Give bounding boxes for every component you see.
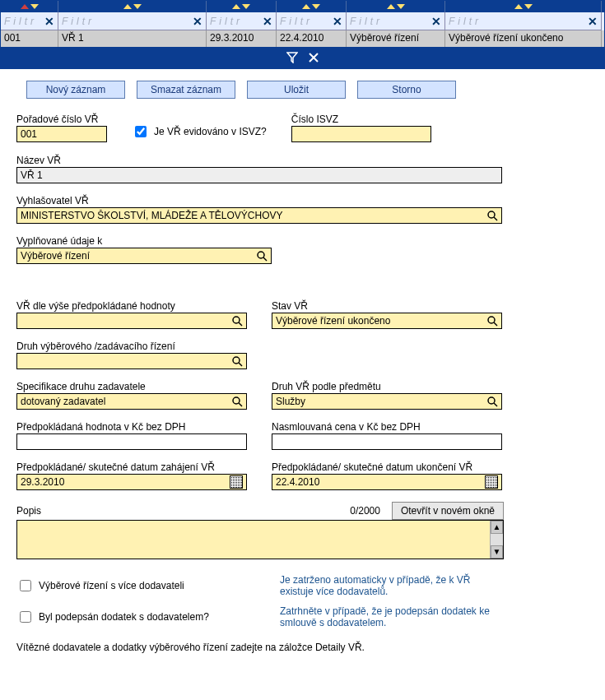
sort-asc-icon [232, 4, 240, 9]
kind-input[interactable] [16, 353, 247, 369]
lookup-icon[interactable] [486, 210, 498, 221]
sort-cell[interactable] [207, 1, 277, 12]
svg-point-12 [488, 397, 495, 404]
name-label: Název VŘ [16, 155, 589, 166]
scroll-up-icon[interactable]: ▲ [491, 521, 503, 534]
sort-cell[interactable] [277, 1, 347, 12]
multi-suppliers-label: Výběrové řízení s více dodavateli [39, 580, 184, 591]
isvz-checkbox-label: Je VŘ evidováno v ISVZ? [154, 126, 267, 137]
filter-cell[interactable]: Filtr✕ [207, 12, 277, 30]
filter-cell[interactable]: Filtr✕ [58, 12, 207, 30]
isvz-num-label: Číslo ISVZ [291, 114, 431, 125]
end-date-label: Předpokládané/ skutečné datum ukončení V… [272, 461, 502, 473]
form-area: Pořadové číslo VŘ 001 Je VŘ evidováno v … [0, 110, 605, 670]
filter-icon[interactable] [286, 52, 298, 63]
filter-placeholder: Filtr [280, 16, 313, 27]
sort-desc-icon [133, 4, 142, 9]
filter-placeholder: Filtr [210, 16, 243, 27]
subject-kind-input[interactable]: Služby [272, 393, 502, 410]
name-input[interactable]: VŘ 1 [16, 167, 502, 183]
declarant-label: Vyhlašovatel VŘ [16, 195, 589, 206]
lookup-icon[interactable] [231, 315, 243, 327]
svg-line-1 [494, 217, 497, 220]
spec-input[interactable]: dotovaný zadavatel [16, 393, 247, 410]
by-value-input[interactable] [16, 313, 247, 329]
start-date-label: Předpokládané/ skutečné datum zahájení V… [16, 461, 247, 473]
lookup-icon[interactable] [231, 396, 243, 407]
data-cell: Výběrové řízení ukončeno [445, 30, 602, 47]
state-input[interactable]: Výběrové řízení ukončeno [272, 313, 502, 329]
sort-asc-icon [123, 4, 132, 9]
desc-textarea[interactable]: ▲ ▼ [16, 520, 504, 559]
lookup-icon[interactable] [256, 250, 268, 262]
expected-price-input[interactable] [16, 433, 247, 450]
by-value-label: VŘ dle výše předpokládané hodnoty [16, 300, 247, 312]
sort-desc-icon [312, 4, 320, 9]
isvz-num-input[interactable] [291, 126, 431, 142]
svg-point-0 [488, 211, 495, 218]
grid-sort-row [1, 1, 604, 12]
sort-desc-icon [30, 4, 39, 9]
filter-placeholder: Filtr [350, 16, 383, 27]
svg-line-5 [239, 322, 242, 326]
calendar-icon[interactable] [230, 475, 243, 489]
svg-line-9 [239, 363, 242, 366]
filter-placeholder: Filtr [4, 16, 37, 27]
sort-desc-icon [242, 4, 250, 9]
filled-data-input[interactable]: Výběrové řízení [16, 248, 272, 264]
clear-filter-icon[interactable]: ✕ [431, 15, 441, 28]
amendment-label: Byl podepsán dodatek s dodavatelem? [39, 611, 209, 623]
sort-asc-icon [387, 4, 395, 9]
delete-record-button[interactable]: Smazat záznam [137, 81, 235, 99]
save-button[interactable]: Uložit [247, 81, 346, 99]
filter-placeholder: Filtr [62, 16, 95, 27]
amendment-checkbox[interactable] [20, 611, 31, 623]
multi-suppliers-checkbox[interactable] [20, 580, 31, 591]
clear-all-icon[interactable] [308, 52, 319, 63]
svg-line-7 [494, 322, 497, 326]
svg-point-10 [233, 397, 240, 404]
cancel-button[interactable]: Storno [357, 81, 456, 99]
clear-filter-icon[interactable]: ✕ [333, 15, 342, 28]
sort-cell[interactable] [58, 1, 207, 12]
declarant-input[interactable]: MINISTERSTVO ŠKOLSTVÍ, MLÁDEŽE A TĚLOVÝC… [16, 207, 502, 224]
svg-point-6 [488, 317, 495, 323]
clear-filter-icon[interactable]: ✕ [588, 15, 598, 28]
calendar-icon[interactable] [485, 475, 498, 489]
start-date-input[interactable]: 29.3.2010 [16, 474, 247, 490]
svg-line-11 [239, 403, 242, 406]
lookup-icon[interactable] [231, 355, 243, 367]
new-record-button[interactable]: Nový záznam [26, 81, 125, 99]
scrollbar[interactable]: ▲ ▼ [490, 521, 503, 559]
sort-cell[interactable] [347, 1, 445, 12]
clear-filter-icon[interactable]: ✕ [263, 15, 272, 28]
contracted-price-input[interactable] [272, 433, 502, 450]
spec-label: Specifikace druhu zadavatele [16, 381, 247, 392]
seq-input[interactable]: 001 [16, 126, 107, 142]
open-new-window-button[interactable]: Otevřít v novém okně [392, 502, 504, 520]
svg-point-2 [258, 252, 264, 258]
sort-cell[interactable] [1, 1, 58, 12]
table-row[interactable]: 001 VŘ 1 29.3.2010 22.4.2010 Výběrové ří… [1, 30, 604, 47]
isvz-checkbox[interactable] [135, 126, 147, 137]
action-bar: Nový záznam Smazat záznam Uložit Storno [0, 69, 605, 110]
expected-price-label: Předpokládaná hodnota v Kč bez DPH [16, 421, 247, 433]
lookup-icon[interactable] [486, 315, 498, 327]
sort-desc-icon [397, 4, 405, 9]
end-date-input[interactable]: 22.4.2010 [272, 474, 502, 490]
scroll-down-icon[interactable]: ▼ [491, 545, 503, 559]
sort-cell[interactable] [445, 1, 602, 12]
filter-cell[interactable]: Filtr✕ [277, 12, 347, 30]
clear-filter-icon[interactable]: ✕ [193, 15, 202, 28]
data-cell: 001 [1, 30, 58, 47]
filter-cell[interactable]: Filtr✕ [1, 12, 58, 30]
svg-line-3 [263, 257, 267, 261]
clear-filter-icon[interactable]: ✕ [44, 15, 54, 28]
grid-footer [1, 47, 604, 68]
lookup-icon[interactable] [486, 396, 498, 407]
desc-counter: 0/2000 [350, 505, 380, 517]
multi-suppliers-help: Je zatrženo automaticky v případě, že k … [280, 574, 494, 597]
footer-note: Vítězné dodavatele a dodatky výběrového … [16, 642, 589, 653]
filter-cell[interactable]: Filtr✕ [445, 12, 602, 30]
filter-cell[interactable]: Filtr✕ [347, 12, 445, 30]
